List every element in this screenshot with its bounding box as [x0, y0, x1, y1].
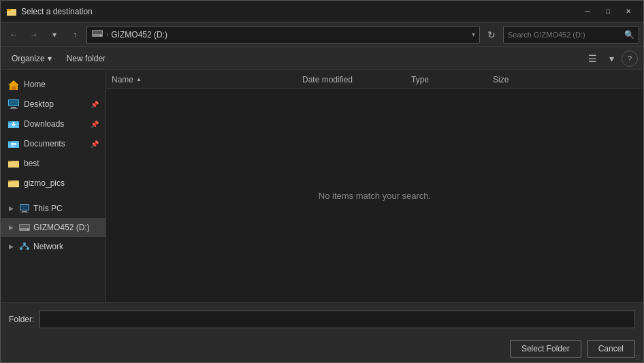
sidebar-item-gizmo452[interactable]: ▶ GIZMO452 (D:) — [1, 218, 106, 237]
best-folder-icon — [7, 157, 20, 170]
downloads-pin-icon: 📌 — [91, 121, 99, 128]
view-button[interactable]: ☰ — [583, 50, 601, 67]
sidebar: Home Desktop 📌 — [1, 70, 106, 302]
address-drive-icon — [91, 29, 103, 40]
gizmo-pics-folder-icon — [7, 177, 20, 189]
file-list-body: No items match your search. — [106, 89, 643, 302]
svg-point-34 — [23, 242, 26, 245]
column-date[interactable]: Date modified — [297, 75, 406, 84]
minimize-button[interactable]: ─ — [578, 5, 597, 18]
cancel-button[interactable]: Cancel — [587, 340, 635, 358]
svg-rect-1 — [7, 10, 16, 16]
svg-rect-7 — [12, 86, 16, 90]
sidebar-desktop-label: Desktop — [24, 99, 86, 109]
documents-pin-icon: 📌 — [91, 140, 99, 148]
folder-input[interactable] — [39, 311, 635, 328]
desktop-pin-icon: 📌 — [91, 101, 99, 108]
svg-point-5 — [100, 35, 102, 37]
organize-bar: Organize ▾ New folder ☰ ▾ ? — [1, 47, 643, 70]
sidebar-item-desktop[interactable]: Desktop 📌 — [2, 95, 104, 114]
new-folder-button[interactable]: New folder — [61, 50, 111, 67]
home-icon — [7, 78, 20, 91]
forward-button[interactable]: → — [25, 26, 43, 44]
svg-rect-4 — [93, 31, 102, 34]
sidebar-item-documents[interactable]: Documents 📌 — [2, 134, 104, 153]
svg-rect-10 — [11, 107, 16, 108]
address-bar[interactable]: › GIZMO452 (D:) ▾ — [86, 26, 480, 44]
desktop-icon — [7, 98, 20, 110]
organize-chevron-icon: ▾ — [48, 54, 52, 63]
help-button[interactable]: ? — [622, 50, 638, 67]
sidebar-downloads-label: Downloads — [24, 119, 86, 129]
svg-rect-32 — [20, 225, 29, 228]
sidebar-item-this-pc[interactable]: ▶ This PC — [1, 199, 106, 218]
svg-rect-2 — [7, 9, 11, 11]
gizmo452-expand-icon: ▶ — [6, 224, 16, 231]
address-path: GIZMO452 (D:) — [111, 30, 469, 40]
sidebar-gizmo-pics-label: gizmo_pics — [24, 178, 99, 188]
up-button[interactable]: ↑ — [66, 26, 84, 44]
select-folder-button[interactable]: Select Folder — [510, 340, 581, 358]
search-input[interactable] — [508, 31, 622, 39]
sidebar-this-pc-label: This PC — [33, 204, 103, 213]
resize-handle[interactable]: ⠿ — [635, 354, 643, 362]
sidebar-item-network[interactable]: ▶ Network — [1, 237, 106, 256]
sidebar-item-home[interactable]: Home — [2, 75, 104, 94]
svg-rect-9 — [9, 100, 18, 106]
empty-message: No items match your search. — [319, 191, 431, 201]
file-list: Name ▲ Date modified Type Size No items … — [106, 70, 643, 302]
svg-point-36 — [27, 247, 29, 250]
sidebar-gizmo452-label: GIZMO452 (D:) — [33, 223, 103, 232]
svg-rect-17 — [11, 143, 16, 144]
svg-rect-25 — [8, 182, 19, 187]
navigation-toolbar: ← → ▾ ↑ › GIZMO452 (D:) ▾ ↻ 🔍 — [1, 22, 643, 47]
svg-line-37 — [21, 245, 25, 247]
search-box[interactable]: 🔍 — [503, 26, 639, 44]
column-name[interactable]: Name ▲ — [106, 75, 297, 84]
documents-folder-icon — [7, 138, 20, 150]
title-bar: Select a destination ─ □ ✕ — [1, 1, 643, 22]
view-icon: ☰ — [588, 53, 597, 64]
view-controls: ☰ ▾ ? — [583, 50, 638, 67]
folder-bar: Folder: — [1, 302, 643, 335]
dialog-window: Select a destination ─ □ ✕ ← → ▾ ↑ › GIZ… — [0, 0, 644, 363]
sidebar-documents-label: Documents — [24, 139, 86, 148]
main-content: Home Desktop 📌 — [1, 70, 643, 302]
svg-rect-28 — [20, 205, 29, 210]
downloads-folder-icon — [7, 118, 20, 130]
svg-line-38 — [25, 245, 28, 247]
refresh-button[interactable]: ↻ — [483, 26, 500, 44]
sidebar-item-best[interactable]: best — [2, 154, 104, 173]
column-type[interactable]: Type — [406, 75, 487, 84]
dialog-title: Select a destination — [21, 7, 578, 16]
svg-point-35 — [20, 247, 22, 250]
svg-rect-30 — [20, 212, 29, 213]
search-button[interactable]: 🔍 — [624, 30, 634, 40]
address-separator: › — [106, 31, 108, 38]
svg-rect-22 — [8, 162, 19, 168]
gizmo452-drive-icon — [18, 221, 31, 234]
file-list-header: Name ▲ Date modified Type Size — [106, 70, 643, 89]
back-button[interactable]: ← — [5, 26, 22, 44]
view-chevron-button[interactable]: ▾ — [602, 50, 620, 67]
organize-label: Organize — [12, 54, 45, 63]
network-expand-icon: ▶ — [6, 243, 16, 250]
this-pc-icon — [18, 202, 31, 215]
sort-arrow-icon: ▲ — [136, 76, 142, 82]
svg-rect-19 — [11, 146, 15, 146]
dropdown-button[interactable]: ▾ — [46, 26, 63, 44]
close-button[interactable]: ✕ — [619, 5, 638, 18]
column-size[interactable]: Size — [487, 75, 542, 84]
address-chevron-icon: ▾ — [472, 31, 475, 38]
sidebar-item-downloads[interactable]: Downloads 📌 — [2, 114, 104, 133]
svg-rect-18 — [11, 144, 16, 145]
svg-rect-29 — [22, 211, 27, 212]
organize-button[interactable]: Organize ▾ — [6, 50, 57, 67]
sidebar-item-gizmo-pics[interactable]: gizmo_pics — [2, 174, 104, 193]
sidebar-network-label: Network — [33, 242, 103, 251]
network-icon — [18, 240, 31, 253]
sidebar-best-label: best — [24, 159, 99, 168]
window-controls: ─ □ ✕ — [578, 5, 638, 18]
folder-label: Folder: — [9, 315, 34, 324]
maximize-button[interactable]: □ — [598, 5, 617, 18]
